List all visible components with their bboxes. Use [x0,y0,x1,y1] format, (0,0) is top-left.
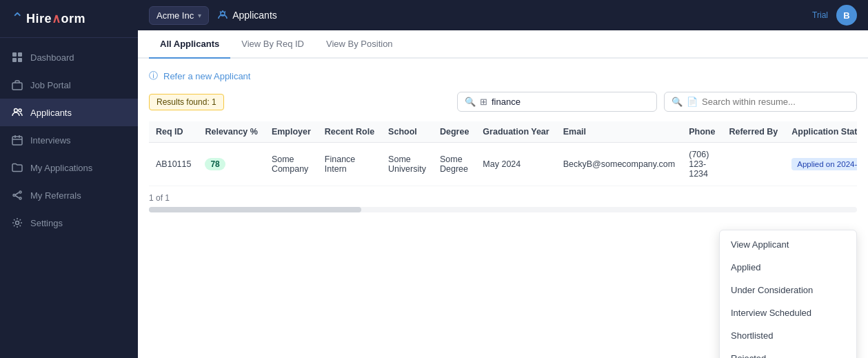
col-grad-year: Graduation Year [476,121,556,143]
folder-icon [11,161,23,174]
col-employer: Employer [265,121,318,143]
dropdown-item-interview-scheduled[interactable]: Interview Scheduled [720,301,856,324]
cell-degree: Some Degree [433,143,476,186]
cell-recent-role: Finance Intern [318,143,381,186]
search-icon: 🔍 [465,97,476,107]
resume-search-box[interactable]: 🔍 📄 [664,92,857,112]
logo-text: Hire∧orm [26,11,85,26]
sidebar-item-my-applications-label: My Applications [30,163,92,173]
sidebar-item-my-applications[interactable]: My Applications [0,154,138,181]
sidebar-item-dashboard[interactable]: Dashboard [0,43,138,71]
dropdown-item-view-applicant[interactable]: View Applicant [720,233,856,256]
sidebar-nav: Dashboard Job Portal Applicants Intervie… [0,38,138,358]
sidebar-item-my-referrals-label: My Referrals [30,190,81,201]
col-status: Application Status [785,121,857,143]
content-area: ⓘ Refer a new Applicant Results found: 1… [138,59,868,358]
dropdown-item-applied[interactable]: Applied [720,256,856,279]
resume-search-icon: 🔍 [672,97,683,107]
refer-link-label: Refer a new Applicant [163,71,250,81]
applicants-table-wrap: Req ID Relevancy % Employer Recent Role … [149,121,857,186]
col-recent-role: Recent Role [318,121,381,143]
results-badge: Results found: 1 [149,94,224,110]
svg-rect-1 [18,52,22,57]
sidebar-item-my-referrals[interactable]: My Referrals [0,181,138,209]
tab-all-applicants[interactable]: All Applicants [149,30,230,59]
svg-point-9 [19,197,21,199]
dropdown-menu: View Applicant Applied Under Considerati… [719,230,857,358]
cell-relevancy: 78 [198,143,264,186]
resume-filter-icon: 📄 [687,97,698,107]
filter-icon: ⊞ [480,97,487,107]
col-req-id: Req ID [149,121,198,143]
col-degree: Degree [433,121,476,143]
col-phone: Phone [682,121,722,143]
cell-referred-by [722,143,785,186]
company-name: Acme Inc [157,10,194,21]
main-search-input[interactable] [492,97,649,107]
svg-rect-3 [18,58,22,62]
sidebar-item-applicants[interactable]: Applicants [0,99,138,126]
scroll-bar[interactable] [149,207,857,212]
trial-badge: Trial [812,10,828,20]
dropdown-item-rejected[interactable]: Rejected [720,347,856,358]
refer-link[interactable]: ⓘ Refer a new Applicant [149,70,857,82]
pagination-text: 1 of [149,193,163,203]
sidebar-item-settings[interactable]: Settings [0,209,138,237]
scroll-bar-thumb [149,207,361,212]
svg-point-11 [16,221,19,225]
svg-point-5 [14,109,18,112]
resume-search-input[interactable] [702,97,849,107]
status-badge: Applied on 2024-09-14 [791,158,857,170]
ai-icon [217,10,228,21]
sidebar-item-job-portal-label: Job Portal [30,80,71,90]
calendar-icon [11,134,23,146]
logo-icon: ⌃ [11,10,23,28]
tab-view-by-position[interactable]: View By Position [315,30,404,59]
pagination-row: 1 of 1 [149,186,857,203]
table-row: AB10115 78 Some Company Finance Intern S… [149,143,857,186]
company-selector[interactable]: Acme Inc ▾ [149,6,209,25]
search-row: Results found: 1 🔍 ⊞ 🔍 📄 [149,92,857,112]
sidebar-item-interviews[interactable]: Interviews [0,126,138,154]
applicants-table: Req ID Relevancy % Employer Recent Role … [149,121,857,186]
col-email: Email [556,121,683,143]
grid-icon [11,51,23,63]
col-referred-by: Referred By [722,121,785,143]
dropdown-item-under-consideration[interactable]: Under Consideration [720,279,856,301]
topbar-right: Trial B [812,5,857,26]
svg-rect-2 [12,58,17,62]
svg-rect-0 [12,52,17,57]
cell-status: Applied on 2024-09-14 [785,143,857,186]
cell-school: Some University [381,143,433,186]
cell-employer: Some Company [265,143,318,186]
col-school: School [381,121,433,143]
main-search-box[interactable]: 🔍 ⊞ [457,92,657,112]
user-avatar[interactable]: B [836,5,857,26]
topbar: Acme Inc ▾ Applicants Trial B [138,0,868,30]
sidebar-item-settings-label: Settings [30,218,63,228]
tab-view-by-req[interactable]: View By Req ID [230,30,315,59]
table-header-row: Req ID Relevancy % Employer Recent Role … [149,121,857,143]
sidebar-item-interviews-label: Interviews [30,135,71,146]
info-circle-icon: ⓘ [149,70,158,82]
topbar-section-label: Applicants [232,10,277,21]
svg-rect-4 [12,83,22,90]
svg-point-6 [19,109,21,112]
users-icon [11,106,23,119]
sidebar-item-job-portal[interactable]: Job Portal [0,71,138,99]
dropdown-item-shortlisted[interactable]: Shortlisted [720,324,856,347]
chevron-down-icon: ▾ [198,12,201,19]
cell-req-id: AB10115 [149,143,198,186]
svg-point-10 [13,195,15,197]
cell-grad-year: May 2024 [476,143,556,186]
gear-icon [11,217,23,229]
logo-container: ⌃ Hire∧orm [0,0,138,38]
col-relevancy: Relevancy % [198,121,264,143]
sidebar-item-dashboard-label: Dashboard [30,52,74,63]
topbar-title-area: Applicants [217,10,277,21]
share-icon [11,189,23,201]
main-content: Acme Inc ▾ Applicants Trial B All Applic… [138,0,868,358]
briefcase-icon [11,79,23,91]
sidebar-item-applicants-label: Applicants [30,108,72,118]
sidebar: ⌃ Hire∧orm Dashboard Job Portal Applican… [0,0,138,358]
